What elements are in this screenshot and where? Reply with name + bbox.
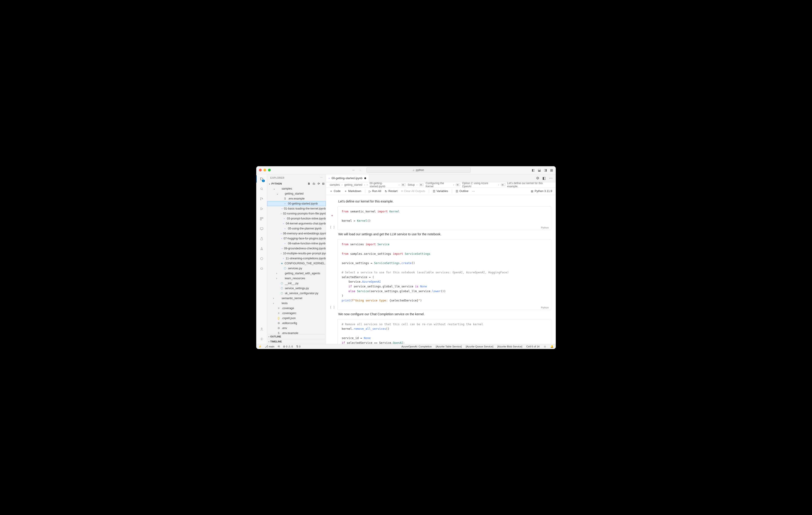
run-all-button[interactable]: ▷Run All (369, 189, 381, 193)
breadcrumbs[interactable]: samples›getting_started›▫00-getting-star… (326, 182, 556, 188)
tree-item[interactable]: ⌄getting_started (267, 191, 326, 196)
tree-item[interactable]: ▫02-running-prompts-from-file.ipynb (267, 211, 326, 216)
search-activity-icon[interactable] (259, 186, 264, 191)
settings-gear-icon[interactable] (259, 336, 264, 342)
cell-lang[interactable]: Python (541, 226, 549, 229)
tree-item[interactable]: ▫00-getting-started.ipynb (267, 201, 326, 206)
panel-right-icon[interactable]: ◨ (544, 168, 547, 172)
outline-section[interactable]: › OUTLINE (267, 334, 326, 339)
tree-item[interactable]: ≡.coverage (267, 306, 326, 311)
status-azurite-queue[interactable]: [Azurite Queue Service] (466, 345, 493, 348)
tree-item[interactable]: ▫10-multiple-results-per-prompt.ipynb (267, 251, 326, 256)
tree-item[interactable]: ⬡service_settings.py (267, 286, 326, 291)
status-icon-1[interactable]: ☺ (544, 345, 546, 348)
markdown-cell[interactable]: Let's define our kernel for this example… (338, 200, 550, 203)
remote-explorer-icon[interactable] (259, 226, 264, 232)
layout-icon[interactable]: ▦ (550, 168, 553, 172)
explorer-icon[interactable]: 1 (259, 176, 264, 182)
problems-indicator[interactable]: ⊘ 0 ⚠ 0 (283, 345, 293, 348)
notifications-icon[interactable]: 🔔 (550, 345, 553, 348)
breadcrumb-item[interactable]: Option 2: using Azure OpenAI (462, 182, 496, 188)
tree-item[interactable]: ›semantic_kernel (267, 296, 326, 301)
tree-item[interactable]: ▫04-kernel-arguments-chat.ipynb (267, 221, 326, 226)
ports-indicator[interactable]: ⇅ 0 (296, 345, 301, 348)
markdown-cell[interactable]: We will load our settings and get the LL… (338, 232, 550, 236)
tab-more-icon[interactable]: ⋯ (549, 176, 553, 180)
testing-icon[interactable] (259, 236, 264, 241)
tree-item[interactable]: ≡.coveragerc (267, 311, 326, 316)
breadcrumb-item[interactable]: Setup (408, 183, 415, 186)
refresh-icon[interactable]: ⟳ (318, 182, 320, 185)
tab-settings-icon[interactable]: ⚙ (536, 176, 539, 180)
tree-item[interactable]: ›tests (267, 301, 326, 306)
tree-item[interactable]: ⚙.editorconfig (267, 321, 326, 326)
variables-button[interactable]: ☰Variables (433, 189, 448, 193)
tree-item[interactable]: ▫05-using-the-planner.ipynb (267, 226, 326, 231)
breadcrumb-item[interactable]: Let's define our kernel for this example… (507, 182, 552, 188)
new-file-icon[interactable]: 🗎 (308, 182, 310, 185)
tree-item[interactable]: ›learn_resources (267, 276, 326, 281)
maximize-window[interactable] (268, 169, 271, 172)
tree-item[interactable]: ▫03-prompt-function-inline.ipynb (267, 216, 326, 221)
kernel-picker[interactable]: ⊞ Python 3.11.9 (531, 189, 552, 193)
tree-item[interactable]: {}.cspell.json (267, 316, 326, 321)
minimize-window[interactable] (263, 169, 266, 172)
clear-outputs-button[interactable]: ≡Clear All Outputs (401, 189, 425, 193)
tree-item[interactable]: ▫01-basic-loading-the-kernel.ipynb (267, 206, 326, 211)
tree-item[interactable]: ★CONFIGURING_THE_KERNEL.md (267, 261, 326, 266)
tree-item[interactable]: ⬡__init__.py (267, 281, 326, 286)
extensions-icon[interactable] (259, 216, 264, 221)
notebook-view[interactable]: ✎ ▭ ⋯ 🗑 Let's define our kernel for this… (326, 195, 556, 344)
tree-item[interactable]: $.env.example (267, 196, 326, 201)
outline-button[interactable]: ☰Outline (456, 189, 468, 193)
breadcrumb-item[interactable]: samples (330, 183, 340, 186)
tree-item[interactable]: ⬡services.py (267, 266, 326, 271)
command-center[interactable]: ⌕ python (366, 168, 470, 173)
tree-item[interactable]: ▫06-memory-and-embeddings.ipynb (267, 231, 326, 236)
new-folder-icon[interactable]: 🗀 (313, 182, 315, 185)
cell-lang[interactable]: Python (541, 306, 549, 309)
status-azurite-blob[interactable]: [Azurite Blob Service] (497, 345, 522, 348)
collapse-all-icon[interactable]: ⊟ (322, 182, 324, 185)
markdown-cell[interactable]: We now configure our Chat Completion ser… (338, 312, 550, 316)
source-control-icon[interactable] (259, 196, 264, 202)
tree-item[interactable]: $.env.example (267, 331, 326, 334)
status-cell-position[interactable]: Cell 6 of 14 (526, 345, 540, 348)
remote-indicator[interactable]: ⚡ (259, 345, 262, 348)
azure-icon[interactable] (259, 246, 264, 251)
workspace-header[interactable]: ⌄ PYTHON 🗎 🗀 ⟳ ⊟ (267, 181, 326, 186)
misc-icon-2[interactable] (259, 266, 264, 271)
breadcrumb-item[interactable]: Configuring the Kernel (426, 182, 451, 188)
restart-button[interactable]: ↻Restart (385, 189, 397, 193)
breadcrumb-item[interactable]: 00-getting-started.ipynb (370, 182, 397, 188)
toolbar-more-icon[interactable]: ⋯ (472, 189, 475, 193)
nav-forward-icon[interactable]: → (358, 168, 362, 172)
tree-item[interactable]: ›getting_started_with_agents (267, 271, 326, 276)
tree-item[interactable]: ⌄samples (267, 186, 326, 191)
sidebar-more-icon[interactable]: ⋯ (320, 176, 323, 179)
tree-item[interactable]: ▫09-groundedness-checking.ipynb (267, 246, 326, 251)
nav-back-icon[interactable]: ← (352, 168, 355, 172)
status-azurite-table[interactable]: [Azurite Table Service] (436, 345, 462, 348)
add-markdown-button[interactable]: ＋Markdown (344, 189, 361, 193)
close-window[interactable] (259, 169, 262, 172)
split-editor-icon[interactable]: ◧ (542, 176, 546, 180)
account-icon[interactable] (259, 326, 264, 332)
sparkle-icon[interactable]: ✦ (331, 214, 334, 217)
tree-item[interactable]: ⚙.env (267, 326, 326, 331)
add-code-button[interactable]: ＋Code (330, 189, 341, 193)
tree-item[interactable]: ▫08-native-function-inline.ipynb (267, 241, 326, 246)
run-debug-icon[interactable] (259, 206, 264, 212)
code-cell-1[interactable]: ✦ from semantic_kernel import Kernel ker… (337, 206, 551, 230)
tree-item[interactable]: ▫11-streaming-completions.ipynb (267, 256, 326, 261)
status-azure-completion[interactable]: AzureOpenAI: Completion (402, 345, 432, 348)
tab-notebook[interactable]: ▫ 00-getting-started.ipynb (326, 174, 369, 182)
tree-item[interactable]: ▫07-hugging-face-for-plugins.ipynb (267, 236, 326, 241)
code-cell-2[interactable]: from services import Service from sample… (337, 239, 551, 310)
breadcrumb-item[interactable]: getting_started (344, 183, 362, 186)
panel-bottom-icon[interactable]: ⬓ (538, 168, 541, 172)
timeline-section[interactable]: › TIMELINE (267, 339, 326, 344)
code-cell-3[interactable]: # Remove all services so that this cell … (337, 319, 551, 344)
panel-left-icon[interactable]: ◧ (532, 168, 535, 172)
branch-indicator[interactable]: ⎇ main (265, 345, 274, 348)
